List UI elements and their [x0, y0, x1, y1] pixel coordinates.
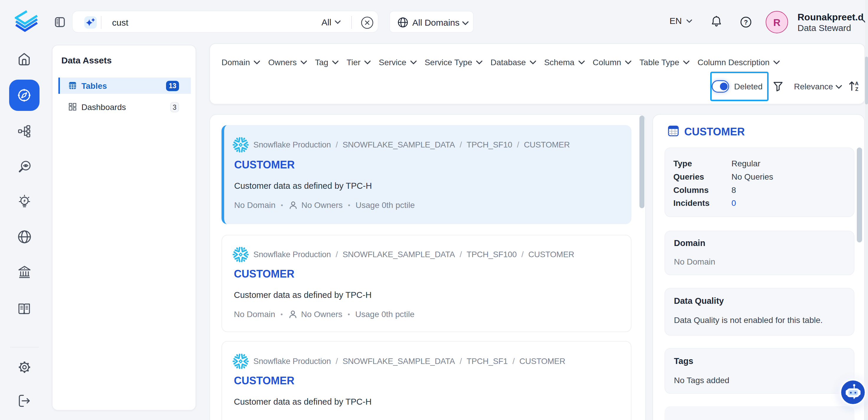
svg-text:A: A — [855, 81, 859, 86]
svg-text:?: ? — [744, 19, 748, 26]
svg-text:Z: Z — [855, 86, 858, 92]
